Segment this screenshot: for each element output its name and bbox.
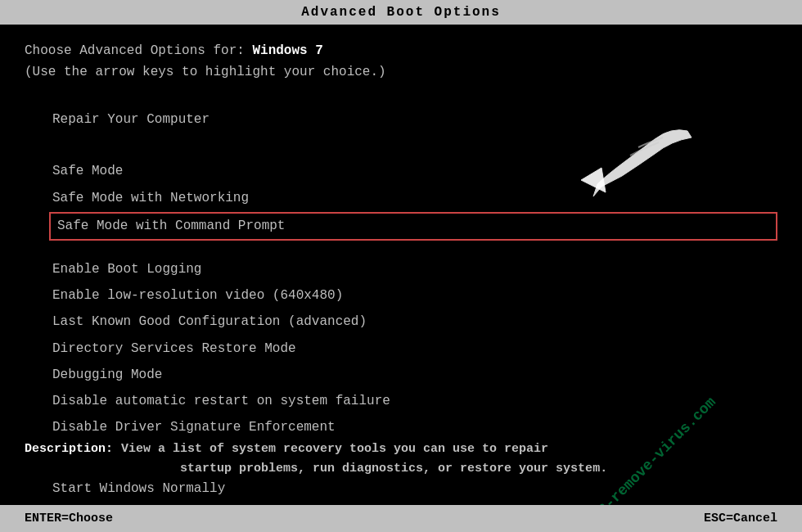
header-section: Choose Advanced Options for: Windows 7 (… (25, 41, 777, 83)
menu-section-top: Repair Your Computer (49, 107, 777, 133)
description-section: Description: View a list of system recov… (0, 431, 802, 487)
choose-prefix: Choose Advanced Options for: (25, 43, 252, 58)
menu-safe-mode[interactable]: Safe Mode (49, 159, 777, 184)
os-name: Windows 7 (252, 43, 322, 58)
menu-disable-restart[interactable]: Disable automatic restart on system fail… (49, 389, 777, 414)
menu-section-safe: Safe Mode Safe Mode with Networking Safe… (49, 159, 777, 241)
esc-label: ESC=Cancel (704, 512, 777, 525)
menu-last-known[interactable]: Last Known Good Configuration (advanced) (49, 309, 777, 335)
header-line1: Choose Advanced Options for: Windows 7 (25, 41, 777, 62)
menu-directory-services[interactable]: Directory Services Restore Mode (49, 336, 777, 362)
header-line2: (Use the arrow keys to highlight your ch… (25, 62, 777, 83)
enter-label: ENTER=Choose (25, 512, 113, 525)
menu-safe-mode-cmd[interactable]: Safe Mode with Command Prompt (49, 212, 777, 241)
title-bar: Advanced Boot Options (0, 0, 802, 25)
menu-enable-low-res[interactable]: Enable low-resolution video (640x480) (49, 283, 777, 309)
menu-debugging[interactable]: Debugging Mode (49, 363, 777, 388)
menu-section-lower: Enable Boot Logging Enable low-resolutio… (49, 257, 777, 440)
description-inner: Description: View a list of system recov… (25, 440, 777, 479)
bottom-bar: ENTER=Choose ESC=Cancel (0, 505, 802, 532)
description-label: Description: (25, 440, 113, 479)
description-text: View a list of system recovery tools you… (121, 440, 607, 479)
menu-safe-mode-networking[interactable]: Safe Mode with Networking (49, 186, 777, 211)
menu-enable-boot-logging[interactable]: Enable Boot Logging (49, 257, 777, 282)
menu-repair[interactable]: Repair Your Computer (49, 107, 777, 133)
